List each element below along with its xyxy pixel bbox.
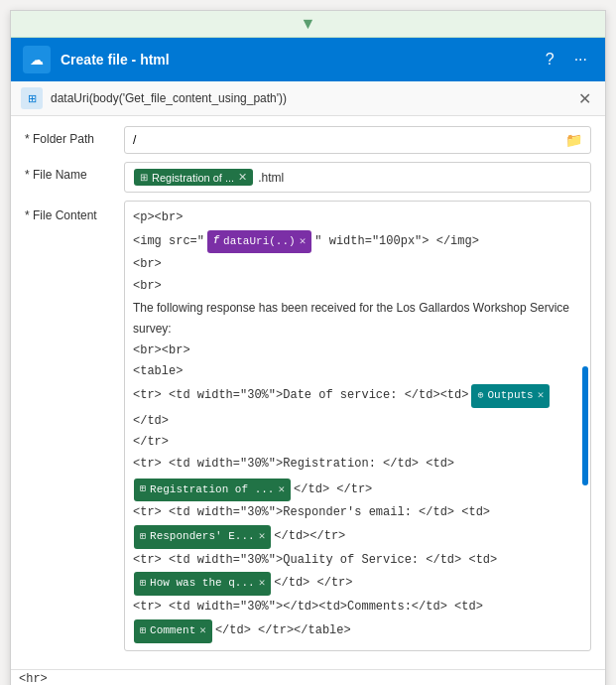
- content-line-9: </tr>: [133, 432, 582, 454]
- registration2-token-close[interactable]: ✕: [278, 480, 285, 500]
- content-line-2: <img src=" f dataUri(..) ✕ " width="100p…: [133, 229, 582, 255]
- header-actions: ? ···: [540, 49, 593, 70]
- content-line-8: <tr> <td width="30%">Date of service: </…: [133, 383, 582, 432]
- vertical-scrollbar[interactable]: [582, 366, 588, 485]
- responders-token[interactable]: ⊞ Responders' E... ✕: [134, 525, 271, 549]
- registration2-token[interactable]: ⊞ Registration of ... ✕: [134, 479, 291, 502]
- file-content-row: * File Content <p><br> <img src=" f data…: [25, 201, 591, 651]
- help-button[interactable]: ?: [540, 49, 560, 70]
- file-name-label: * File Name: [25, 162, 114, 182]
- folder-path-input[interactable]: / 📁: [124, 126, 591, 154]
- hr-text: <hr>: [19, 672, 48, 686]
- excel-icon2: ⊞: [140, 480, 146, 498]
- folder-path-value: /: [133, 133, 136, 147]
- expression-bar: ⊞ dataUri(body('Get_file_content_using_p…: [11, 81, 605, 116]
- more-button[interactable]: ···: [568, 49, 593, 70]
- header-title: Create file - html: [61, 52, 530, 68]
- quality-token-close[interactable]: ✕: [259, 574, 266, 594]
- content-line-10: <tr> <td width="30%">Registration: </td>…: [133, 454, 582, 502]
- responders-token-label: Responders' E...: [150, 527, 255, 547]
- content-line-6: <br><br>: [133, 341, 582, 362]
- quality-token[interactable]: ⊞ How was the q... ✕: [134, 572, 271, 596]
- folder-path-row: * Folder Path / 📁: [25, 126, 591, 154]
- file-name-row: * File Name ⊞ Registration of ... ✕ .htm…: [25, 162, 591, 193]
- content-line-13: <tr> <td width="30%">Quality of Service:…: [133, 550, 582, 572]
- file-content-input[interactable]: <p><br> <img src=" f dataUri(..) ✕ " wid…: [124, 201, 591, 651]
- bottom-hr-area: <hr>: [11, 669, 605, 686]
- expr-icon: ⊞: [21, 87, 43, 109]
- function-icon: f: [213, 232, 219, 250]
- outputs-token-label: Outputs: [488, 386, 534, 406]
- content-line-14: ⊞ How was the q... ✕ </td> </tr>: [133, 571, 582, 597]
- registration-token-label: Registration of ...: [152, 172, 234, 184]
- header: ☁ Create file - html ? ···: [11, 38, 605, 81]
- excel-icon3: ⊞: [140, 528, 146, 546]
- content-line-4: <br>: [133, 276, 582, 298]
- content-line-3: <br>: [133, 254, 582, 276]
- top-arrow-area: ▼: [11, 11, 605, 38]
- expression-text: dataUri(body('Get_file_content_using_pat…: [51, 91, 566, 105]
- registration-token[interactable]: ⊞ Registration of ... ✕: [134, 169, 253, 186]
- comment-token[interactable]: ⊞ Comment ✕: [134, 619, 212, 643]
- datauri-token-close[interactable]: ✕: [300, 232, 307, 252]
- cloud-icon: ☁: [23, 46, 51, 73]
- outputs-token[interactable]: ⊕ Outputs ✕: [471, 384, 550, 408]
- down-arrow-icon: ▼: [301, 15, 316, 33]
- content-line-15: <tr> <td width="30%"></td><td>Comments:<…: [133, 597, 582, 618]
- expr-close-button[interactable]: ✕: [574, 89, 595, 108]
- comment-token-label: Comment: [150, 621, 195, 641]
- comment-token-close[interactable]: ✕: [199, 621, 206, 641]
- datauri-token[interactable]: f dataUri(..) ✕: [207, 230, 311, 254]
- content-line-11: <tr> <td width="30%">Responder's email: …: [133, 502, 582, 524]
- content-line-16: ⊞ Comment ✕ </td> </tr></table>: [133, 618, 582, 644]
- outputs-token-close[interactable]: ✕: [538, 386, 545, 406]
- folder-open-icon: 📁: [565, 132, 582, 148]
- responders-token-close[interactable]: ✕: [259, 527, 266, 547]
- folder-path-label: * Folder Path: [25, 126, 114, 146]
- content-line-1: <p><br>: [133, 207, 582, 229]
- quality-token-label: How was the q...: [150, 574, 255, 594]
- content-line-7: <table>: [133, 361, 582, 383]
- file-name-input[interactable]: ⊞ Registration of ... ✕ .html: [124, 162, 591, 193]
- content-line-12: ⊞ Responders' E... ✕ </td></tr>: [133, 524, 582, 550]
- registration-token-close[interactable]: ✕: [238, 171, 247, 184]
- content-line-5: The following response has been received…: [133, 298, 582, 341]
- main-container: ▼ ☁ Create file - html ? ··· ⊞ dataUri(b…: [10, 10, 606, 685]
- outputs-icon: ⊕: [477, 387, 483, 405]
- registration2-token-label: Registration of ...: [150, 480, 274, 500]
- file-suffix: .html: [258, 171, 284, 185]
- token-excel-icon: ⊞: [140, 172, 148, 183]
- excel-icon4: ⊞: [140, 575, 146, 593]
- datauri-token-label: dataUri(..): [223, 232, 296, 252]
- form-body: * Folder Path / 📁 * File Name ⊞ Registra…: [11, 116, 605, 669]
- excel-icon5: ⊞: [140, 622, 146, 640]
- file-content-label: * File Content: [25, 201, 114, 222]
